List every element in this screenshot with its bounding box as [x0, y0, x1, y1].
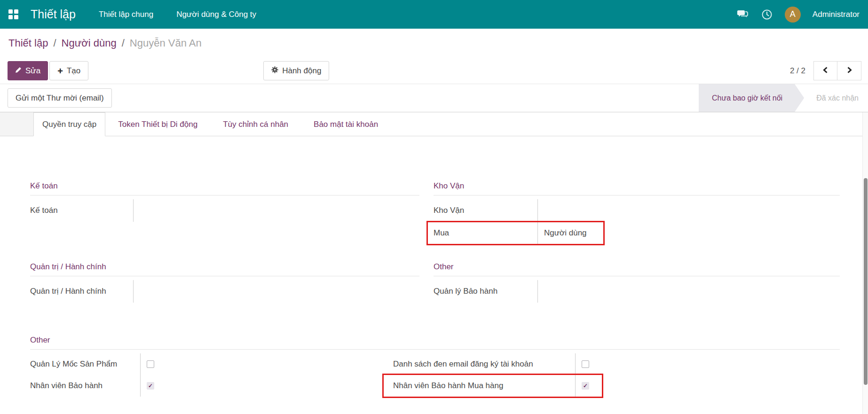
- group-title: Kế toán: [30, 180, 419, 195]
- chevron-right-icon: [845, 66, 853, 76]
- warranty-staff-checkbox[interactable]: [147, 382, 154, 390]
- checkbox-column-right: Danh sách đen email đăng ký tài khoản Nh…: [393, 353, 838, 397]
- field-label: Danh sách đen email đăng ký tài khoản: [393, 359, 575, 369]
- pencil-icon: [15, 66, 22, 76]
- user-name[interactable]: Administrator: [813, 10, 860, 19]
- tabs-left-gutter: [0, 112, 33, 136]
- breadcrumb: Thiết lập / Người dùng / Nguyễn Văn An: [0, 29, 868, 58]
- field-separator: [537, 280, 538, 303]
- user-avatar[interactable]: A: [785, 7, 801, 23]
- form-statusbar-row: Gửi một Thư mời (email) Chưa bao giờ kết…: [0, 84, 868, 112]
- edit-button[interactable]: Sửa: [8, 61, 48, 80]
- control-panel: Sửa + Tạo Hành động 2 / 2: [0, 58, 868, 84]
- tab-preferences[interactable]: Tùy chỉnh cá nhân: [210, 112, 301, 136]
- group-accounting: Kế toán Kế toán: [30, 180, 419, 222]
- tab-mobile-device-token[interactable]: Token Thiết bị Di động: [105, 112, 210, 136]
- form-sheet: Kế toán Kế toán Kho Vận Kho Vận Mua Ngườ…: [0, 136, 868, 397]
- top-navbar: Thiết lập Thiết lập chung Người dùng & C…: [0, 0, 868, 29]
- field-label: Kế toán: [30, 206, 133, 215]
- vertical-scrollbar[interactable]: [862, 112, 868, 414]
- checkbox-column-left: Quản Lý Mốc Sản Phẩm Nhân viên Bảo hành: [30, 353, 381, 397]
- field-separator: [140, 375, 141, 397]
- app-title[interactable]: Thiết lập: [31, 8, 76, 21]
- field-separator: [537, 199, 538, 222]
- pager-previous-button[interactable]: [813, 61, 837, 80]
- field-row-product-milestone: Quản Lý Mốc Sản Phẩm: [30, 353, 381, 375]
- menu-item-general-settings[interactable]: Thiết lập chung: [99, 10, 153, 19]
- action-button[interactable]: Hành động: [263, 61, 329, 80]
- field-separator: [133, 199, 134, 222]
- field-row-accounting: Kế toán: [30, 199, 419, 222]
- send-invitation-button[interactable]: Gửi một Thư mời (email): [8, 88, 112, 108]
- breadcrumb-users[interactable]: Người dùng: [62, 37, 117, 49]
- pager-next-button[interactable]: [837, 61, 861, 80]
- breadcrumb-separator: /: [122, 37, 125, 49]
- status-step-confirmed[interactable]: Đã xác nhận: [804, 84, 868, 112]
- status-step-never-connected[interactable]: Chưa bao giờ kết nối: [699, 84, 804, 112]
- field-label: Quản Lý Mốc Sản Phẩm: [30, 359, 140, 369]
- field-label: Quản trị / Hành chính: [30, 287, 133, 296]
- field-label: Quản lý Bảo hành: [434, 287, 537, 296]
- pager-count: 2 / 2: [790, 66, 805, 76]
- gear-icon: [271, 66, 278, 76]
- group-title: Other: [30, 334, 840, 350]
- breadcrumb-current-record: Nguyễn Văn An: [130, 37, 202, 49]
- breadcrumb-separator: /: [53, 37, 56, 49]
- statusbar: Chưa bao giờ kết nối Đã xác nhận: [699, 84, 868, 112]
- group-title: Kho Vận: [434, 180, 840, 195]
- field-label: Kho Vận: [434, 206, 537, 215]
- notebook-tabs: Quyền truy cập Token Thiết bị Di động Tù…: [0, 112, 868, 136]
- field-row-inventory: Kho Vận: [434, 199, 840, 222]
- group-other-right: Other Quản lý Bảo hành: [434, 260, 840, 303]
- apps-menu-icon[interactable]: [8, 9, 18, 19]
- tab-account-security[interactable]: Bảo mật tài khoản: [301, 112, 391, 136]
- group-other-bottom: Other Quản Lý Mốc Sản Phẩm Nhân viên Bảo…: [30, 334, 840, 397]
- group-inventory: Kho Vận Kho Vận Mua Người dùng: [434, 180, 840, 244]
- group-title: Other: [434, 260, 840, 276]
- product-milestone-checkbox[interactable]: [147, 360, 154, 368]
- email-blacklist-checkbox[interactable]: [582, 360, 589, 368]
- field-row-email-blacklist: Danh sách đen email đăng ký tài khoản: [393, 353, 838, 375]
- field-label: Mua: [434, 228, 537, 238]
- field-separator: [140, 353, 141, 375]
- scrollbar-thumb[interactable]: [864, 178, 868, 385]
- field-row-administration: Quản trị / Hành chính: [30, 280, 419, 303]
- field-label: Nhân viên Bảo hành: [30, 381, 140, 391]
- field-row-purchase-warranty-staff: Nhân viên Bảo hành Mua hàng: [393, 375, 838, 397]
- field-row-warranty-staff: Nhân viên Bảo hành: [30, 375, 381, 397]
- field-label: Nhân viên Bảo hành Mua hàng: [393, 381, 575, 391]
- field-row-warranty-manager: Quản lý Bảo hành: [434, 280, 840, 303]
- group-administration: Quản trị / Hành chính Quản trị / Hành ch…: [30, 260, 419, 303]
- activity-clock-icon[interactable]: [761, 8, 773, 21]
- purchase-warranty-staff-checkbox[interactable]: [582, 382, 589, 390]
- create-button[interactable]: + Tạo: [49, 61, 88, 80]
- field-separator: [575, 375, 576, 397]
- messages-icon[interactable]: [737, 8, 749, 21]
- group-title: Quản trị / Hành chính: [30, 260, 419, 276]
- menu-item-users-companies[interactable]: Người dùng & Công ty: [176, 10, 256, 19]
- tab-access-rights[interactable]: Quyền truy cập: [33, 112, 105, 136]
- plus-icon: +: [57, 66, 63, 76]
- field-separator: [575, 353, 576, 375]
- breadcrumb-settings[interactable]: Thiết lập: [8, 37, 48, 49]
- field-separator: [133, 280, 134, 303]
- chevron-left-icon: [822, 66, 829, 76]
- field-row-purchase: Mua Người dùng: [434, 222, 840, 244]
- field-value-purchase-role: Người dùng: [538, 228, 587, 238]
